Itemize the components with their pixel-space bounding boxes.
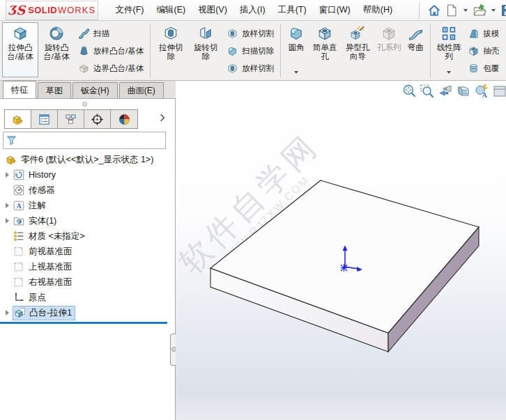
zoom-to-fit-icon[interactable]: [401, 84, 417, 99]
tab-surfaces-label: 曲面(E): [128, 86, 155, 95]
panel-flyout-chevron-icon[interactable]: [157, 112, 168, 123]
history-icon: [13, 169, 25, 181]
menu-view[interactable]: 视图(V): [192, 0, 233, 20]
hole-wizard-button[interactable]: 异型孔向导: [341, 22, 374, 77]
tree-item-label: 材质 <未指定>: [29, 231, 85, 242]
extruded-cut-button[interactable]: 拉伸切除: [153, 22, 188, 77]
revolved-cut-icon: [197, 25, 214, 42]
expand-arrow-icon[interactable]: [2, 203, 13, 208]
tree-item-top-plane[interactable]: 上视基准面: [0, 259, 174, 274]
new-document-dropdown-caret-icon[interactable]: [463, 9, 468, 12]
boundary-boss-button[interactable]: 边界凸台/基体: [76, 60, 146, 77]
tree-item-front-plane[interactable]: 前视基准面: [0, 244, 174, 259]
revolved-cut-button[interactable]: 旋转切除: [188, 22, 223, 77]
feature-manager-tab[interactable]: [5, 110, 31, 128]
swept-boss-button[interactable]: 扫描: [76, 25, 146, 42]
menu-help[interactable]: 帮助(H): [357, 0, 399, 20]
fillet-label: 圆角: [289, 43, 305, 52]
open-dropdown-caret-icon[interactable]: [491, 9, 496, 12]
sensors-icon: [13, 184, 25, 196]
swept-cut-button[interactable]: 扫描切除: [224, 42, 276, 59]
tab-surfaces[interactable]: 曲面(E): [119, 82, 164, 98]
part-model-plate[interactable]: [176, 81, 506, 420]
extruded-boss-label: 拉伸凸台/基体: [4, 43, 36, 61]
tree-item-label: 原点: [29, 292, 46, 304]
tree-root-part[interactable]: 零件6 (默认<<默认>_显示状态 1>): [0, 152, 174, 167]
tree-filter-input[interactable]: [17, 134, 165, 148]
property-manager-tab[interactable]: [31, 110, 58, 128]
fillet-button[interactable]: 圆角: [284, 22, 309, 77]
pin-menu-button[interactable]: [399, 3, 413, 17]
draft-button[interactable]: 拔模: [466, 25, 501, 42]
extruded-cut-icon: [162, 25, 179, 42]
shell-icon: [468, 45, 480, 57]
tab-features[interactable]: 特征: [3, 81, 36, 98]
property-list-icon: [38, 113, 51, 126]
flex-button[interactable]: 弯曲: [404, 22, 427, 77]
previous-view-icon[interactable]: [438, 84, 453, 99]
dimxpert-crosshair-icon: [91, 113, 104, 126]
tree-item-annotations[interactable]: 注解: [0, 198, 174, 213]
expand-arrow-icon[interactable]: [2, 172, 13, 178]
tree-item-label: 前视基准面: [29, 246, 72, 258]
solidworks-logo: ƷS SOLID WORKS: [6, 1, 98, 20]
tree-item-history[interactable]: History: [0, 167, 174, 182]
fillet-dropdown-caret-icon[interactable]: [294, 71, 298, 74]
home-button[interactable]: [426, 2, 443, 19]
tree-item-origin[interactable]: 原点: [0, 290, 174, 305]
lofted-cut-icon: [227, 28, 238, 40]
tree-item-sensors[interactable]: 传感器: [0, 182, 174, 198]
linear-pattern-dropdown-caret-icon[interactable]: [447, 71, 451, 74]
hole-series-button: 孔系列: [374, 22, 404, 77]
tree-item-right-plane[interactable]: 右视基准面: [0, 274, 174, 290]
revolved-boss-icon: [48, 25, 65, 42]
tab-sketch[interactable]: 草图: [38, 82, 71, 98]
zoom-to-area-icon[interactable]: [420, 84, 435, 99]
annotations-icon: [13, 199, 25, 212]
section-view-icon[interactable]: [456, 84, 471, 99]
swept-cut-label: 扫描切除: [242, 47, 274, 56]
draft-label: 拔模: [483, 29, 499, 38]
tree-item-boss-extrude1[interactable]: 凸台-拉伸1: [0, 305, 174, 320]
home-icon: [427, 3, 441, 17]
lofted-cut-button-2[interactable]: 放样切割: [224, 60, 276, 77]
wrap-icon: [468, 63, 480, 75]
tree-item-solid-bodies[interactable]: 实体(1): [0, 213, 174, 228]
tab-sheet-metal[interactable]: 钣金(H): [72, 82, 118, 98]
graphics-viewport[interactable]: 软件自学网 WWW.RJZXW.COM: [176, 81, 506, 420]
simple-hole-label: 简单直孔: [311, 43, 339, 61]
wrap-button[interactable]: 包覆: [466, 60, 501, 77]
save-button[interactable]: [499, 2, 506, 19]
menu-file[interactable]: 文件(F): [109, 0, 151, 20]
open-button[interactable]: [471, 2, 488, 19]
menu-edit[interactable]: 编辑(E): [151, 0, 192, 20]
display-manager-tab[interactable]: [111, 110, 137, 128]
flex-icon: [407, 25, 424, 42]
tree-item-material[interactable]: 材质 <未指定>: [0, 228, 174, 244]
swept-boss-icon: [78, 28, 90, 40]
hole-wizard-icon: [349, 25, 366, 42]
simple-hole-button[interactable]: 简单直孔: [309, 22, 341, 77]
edit-appearance-icon[interactable]: [474, 84, 489, 99]
menu-tools[interactable]: 工具(T): [272, 0, 313, 20]
extruded-boss-button[interactable]: 拉伸凸台/基体: [2, 22, 38, 77]
part-icon: [5, 153, 17, 166]
expand-arrow-icon[interactable]: [2, 310, 13, 316]
new-document-button[interactable]: [443, 2, 460, 19]
tree-item-label: 注解: [29, 200, 46, 212]
ribbon-separator: [430, 24, 431, 78]
dimxpert-manager-tab[interactable]: [84, 110, 111, 128]
panel-splitter-grip[interactable]: [82, 102, 87, 107]
apply-scene-icon[interactable]: [492, 84, 506, 99]
menu-window[interactable]: 窗口(W): [313, 0, 357, 20]
expand-arrow-icon[interactable]: [2, 218, 13, 224]
lofted-boss-button[interactable]: 放样凸台/基体: [76, 42, 146, 59]
feature-tree: 零件6 (默认<<默认>_显示状态 1>) History 传感器 注解 实体(…: [0, 152, 174, 324]
lofted-cut-button[interactable]: 放样切割: [224, 25, 276, 42]
revolved-boss-button[interactable]: 旋转凸台/基体: [38, 22, 75, 77]
menu-insert[interactable]: 插入(I): [233, 0, 272, 20]
rollback-bar[interactable]: [0, 322, 167, 324]
linear-pattern-button[interactable]: 线性阵列: [434, 22, 464, 77]
configuration-manager-tab[interactable]: [58, 110, 84, 128]
shell-button[interactable]: 抽壳: [466, 42, 501, 59]
